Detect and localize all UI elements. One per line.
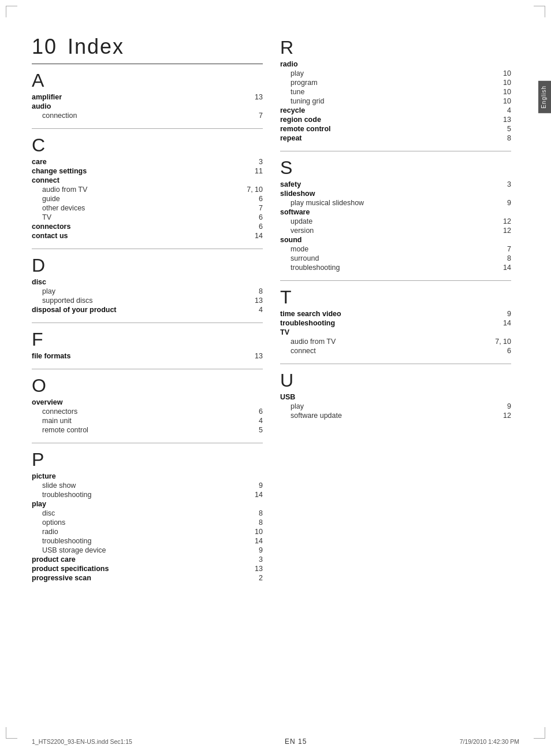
page: English 10Index Aamplifier13audioconnect… — [0, 0, 551, 756]
index-entry: surround8 — [280, 254, 511, 263]
index-entry: software — [280, 207, 511, 217]
entry-label: product specifications — [32, 565, 109, 573]
entry-num: 6 — [245, 223, 263, 231]
index-entry: TV6 — [32, 213, 263, 222]
corner-mark-bl — [6, 727, 17, 739]
entry-num: 10 — [245, 528, 263, 536]
right-sections: Rradioplay10program10tune10tuning grid10… — [280, 37, 511, 420]
entry-label: troubleshooting — [280, 264, 340, 272]
section-letter: S — [280, 157, 511, 179]
footer-center: EN 15 — [285, 738, 307, 746]
entry-label: progressive scan — [32, 574, 91, 582]
entry-label: play — [280, 69, 304, 77]
entry-label: software update — [280, 412, 342, 420]
index-entry: play musical slideshow9 — [280, 198, 511, 207]
index-entry: troubleshooting14 — [32, 536, 263, 546]
entry-label: main unit — [32, 417, 72, 425]
entry-label: connect — [32, 176, 59, 184]
section-letter: P — [32, 449, 263, 470]
section-letter: A — [32, 70, 263, 91]
section-divider — [280, 280, 511, 281]
entry-num: 10 — [494, 88, 511, 96]
index-entry: slideshow — [280, 189, 511, 198]
entry-label: radio — [280, 60, 298, 68]
index-entry: software update12 — [280, 411, 511, 420]
entry-label: remote control — [280, 125, 331, 133]
index-entry: audio from TV7, 10 — [280, 337, 511, 346]
entry-num: 6 — [245, 195, 263, 203]
entry-label: play musical slideshow — [280, 199, 364, 207]
index-entry: picture — [32, 472, 263, 481]
entry-label: care — [32, 158, 47, 166]
entry-label: sound — [280, 236, 302, 244]
index-entry: repeat8 — [280, 134, 511, 143]
entry-label: play — [32, 287, 55, 295]
corner-mark-tr — [534, 6, 545, 17]
index-entry: slide show9 — [32, 481, 263, 490]
entry-num: 13 — [245, 297, 263, 305]
section-letter: F — [32, 329, 263, 350]
entry-num: 9 — [245, 546, 263, 554]
section-letter: D — [32, 255, 263, 276]
entry-label: recycle — [280, 106, 305, 114]
entry-num: 10 — [494, 69, 511, 77]
entry-num: 5 — [245, 426, 263, 434]
entry-label: connect — [280, 347, 316, 355]
entry-label: amplifier — [32, 93, 62, 101]
entry-num: 3 — [245, 555, 263, 564]
entry-num: 13 — [245, 93, 263, 101]
entry-num: 7 — [494, 245, 511, 253]
entry-label: troubleshooting — [280, 319, 335, 327]
index-entry: tune10 — [280, 87, 511, 97]
index-entry: change settings11 — [32, 166, 263, 176]
footer-left: 1_HTS2200_93-EN-US.indd Sec1:15 — [32, 738, 132, 745]
entry-label: audio from TV — [280, 338, 336, 346]
entry-label: connectors — [32, 223, 70, 231]
entry-label: radio — [32, 528, 58, 536]
entry-label: USB — [280, 393, 295, 401]
index-entry: contact us14 — [32, 231, 263, 240]
index-entry: product specifications13 — [32, 564, 263, 573]
entry-num: 9 — [494, 402, 511, 410]
entry-label: overview — [32, 398, 63, 406]
entry-label: disc — [32, 509, 55, 517]
entry-num: 6 — [494, 347, 511, 355]
footer: 1_HTS2200_93-EN-US.indd Sec1:15 EN 15 7/… — [0, 738, 551, 746]
index-entry: tuning grid10 — [280, 97, 511, 106]
index-entry: radio10 — [32, 527, 263, 536]
index-entry: file formats13 — [32, 351, 263, 361]
entry-num: 8 — [245, 518, 263, 527]
entry-num: 2 — [245, 574, 263, 582]
index-entry: play — [32, 499, 263, 509]
entry-label: file formats — [32, 352, 70, 360]
entry-num: 9 — [245, 481, 263, 490]
index-entry: connectors6 — [32, 407, 263, 416]
entry-label: connectors — [32, 407, 77, 416]
entry-num: 14 — [494, 319, 511, 327]
title-rule — [32, 64, 263, 64]
entry-label: supported discs — [32, 297, 93, 305]
entry-label: region code — [280, 116, 321, 124]
section-letter: U — [280, 370, 511, 391]
index-entry: TV — [280, 328, 511, 337]
section-letter: R — [280, 37, 511, 58]
entry-label: program — [280, 79, 318, 87]
entry-label: TV — [32, 213, 51, 221]
index-entry: region code13 — [280, 115, 511, 124]
entry-num: 4 — [494, 106, 511, 114]
entry-label: troubleshooting — [32, 537, 91, 545]
index-entry: disc — [32, 277, 263, 287]
entry-num: 6 — [245, 213, 263, 221]
index-entry: USB storage device9 — [32, 546, 263, 555]
entry-label: tune — [280, 88, 304, 96]
index-entry: update12 — [280, 217, 511, 226]
entry-num: 12 — [494, 412, 511, 420]
index-entry: remote control5 — [32, 425, 263, 435]
index-entry: play10 — [280, 69, 511, 78]
entry-num: 12 — [494, 227, 511, 235]
entry-num: 5 — [494, 125, 511, 133]
entry-num: 4 — [245, 417, 263, 425]
footer-right: 7/19/2010 1:42:30 PM — [460, 738, 519, 745]
entry-num: 7 — [245, 112, 263, 120]
index-entry: sound — [280, 235, 511, 244]
